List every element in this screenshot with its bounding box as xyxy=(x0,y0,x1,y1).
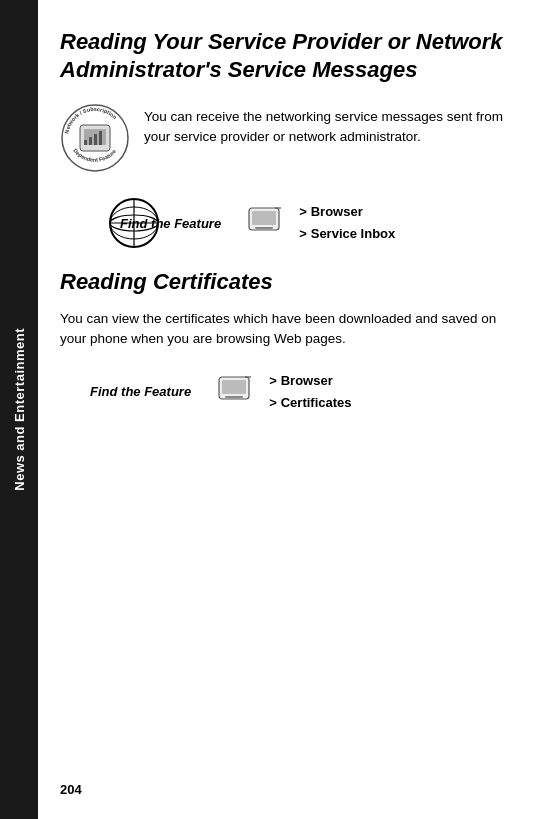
globe-icon xyxy=(108,197,160,249)
svg-rect-20 xyxy=(225,396,243,398)
section1-description: You can receive the networking service m… xyxy=(144,103,518,148)
page-number: 204 xyxy=(60,782,82,797)
svg-rect-4 xyxy=(89,137,92,145)
svg-rect-15 xyxy=(252,211,276,225)
main-content: Reading Your Service Provider or Network… xyxy=(38,0,546,819)
arrow-icon-2: > xyxy=(299,223,307,245)
path2-line2: Certificates xyxy=(281,392,352,414)
arrow-icon-3: > xyxy=(269,370,277,392)
find-feature-content-1: Find the Feature > Browser > S xyxy=(120,201,395,245)
find-feature-row-2: Find the Feature > Browser > Certificate… xyxy=(60,370,518,414)
network-subscription-badge: Network / Subscription Dependent Feature xyxy=(60,103,130,173)
network-feature-row: Network / Subscription Dependent Feature… xyxy=(60,103,518,173)
sidebar: News and Entertainment xyxy=(0,0,38,819)
arrow-icon-1: > xyxy=(299,201,307,223)
section2-description: You can view the certificates which have… xyxy=(60,309,518,350)
phone-icon-1 xyxy=(245,207,289,239)
find-feature-row-1: Find the Feature > Browser > S xyxy=(60,197,518,249)
path2-line1: Browser xyxy=(281,370,333,392)
sidebar-label: News and Entertainment xyxy=(12,328,27,491)
svg-rect-5 xyxy=(94,134,97,145)
feature-path-1: > Browser > Service Inbox xyxy=(299,201,395,245)
path1-line1: Browser xyxy=(311,201,363,223)
svg-rect-19 xyxy=(222,380,246,394)
svg-rect-6 xyxy=(99,131,102,145)
svg-rect-16 xyxy=(255,227,273,229)
svg-rect-3 xyxy=(84,140,87,145)
section2-title: Reading Certificates xyxy=(60,269,518,295)
feature-path-2: > Browser > Certificates xyxy=(269,370,351,414)
path1-line2: Service Inbox xyxy=(311,223,396,245)
section1-title: Reading Your Service Provider or Network… xyxy=(60,28,518,83)
phone-icon-2 xyxy=(215,376,259,408)
find-feature-label-2: Find the Feature xyxy=(90,384,191,399)
arrow-icon-4: > xyxy=(269,392,277,414)
